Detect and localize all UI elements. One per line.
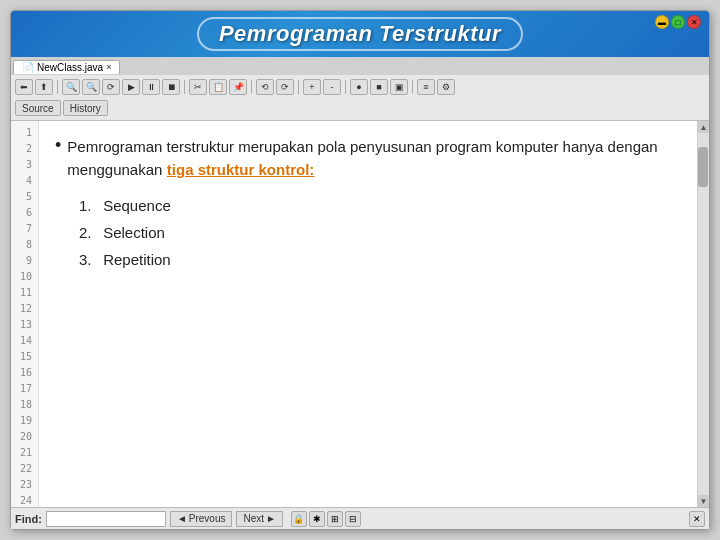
source-tab[interactable]: Source xyxy=(15,100,61,116)
line-number-20: 20 xyxy=(13,429,36,445)
toolbar-btn-18[interactable]: ▣ xyxy=(390,79,408,95)
separator-4 xyxy=(298,80,299,94)
scroll-up-btn[interactable]: ▲ xyxy=(698,121,710,133)
toolbar-btn-8[interactable]: ⏹ xyxy=(162,79,180,95)
list-text-3: Repetition xyxy=(103,251,171,268)
line-number-6: 6 xyxy=(13,205,36,221)
line-number-7: 7 xyxy=(13,221,36,237)
find-icon-3[interactable]: ⊞ xyxy=(327,511,343,527)
prev-label: Prevous xyxy=(189,513,226,524)
line-number-23: 23 xyxy=(13,477,36,493)
toolbar-btn-1[interactable]: ⬅ xyxy=(15,79,33,95)
find-input[interactable] xyxy=(46,511,166,527)
next-button[interactable]: Next ► xyxy=(236,511,282,527)
line-number-2: 2 xyxy=(13,141,36,157)
list-text-1: Sequence xyxy=(103,197,171,214)
line-number-14: 14 xyxy=(13,333,36,349)
file-tab[interactable]: 📄 NewClass.java × xyxy=(13,60,120,74)
toolbar-btn-12[interactable]: ⟲ xyxy=(256,79,274,95)
separator-5 xyxy=(345,80,346,94)
line-number-12: 12 xyxy=(13,301,36,317)
toolbar-btn-3[interactable]: 🔍 xyxy=(62,79,80,95)
line-number-3: 3 xyxy=(13,157,36,173)
window-controls: ▬ □ ✕ xyxy=(655,15,701,29)
content-area[interactable]: • Pemrograman terstruktur merupakan pola… xyxy=(39,121,697,507)
line-number-22: 22 xyxy=(13,461,36,477)
close-btn[interactable]: ✕ xyxy=(687,15,701,29)
vertical-scrollbar[interactable]: ▲ ▼ xyxy=(697,121,709,507)
find-bar: Find: ◄ Prevous Next ► 🔒 ✱ ⊞ ⊟ ✕ xyxy=(11,507,709,529)
scroll-thumb[interactable] xyxy=(698,147,708,187)
list-num-2: 2. xyxy=(79,219,99,246)
line-number-16: 16 xyxy=(13,365,36,381)
line-numbers: 1234567891011121314151617181920212223242… xyxy=(11,121,39,507)
line-number-10: 10 xyxy=(13,269,36,285)
toolbar-btn-17[interactable]: ■ xyxy=(370,79,388,95)
history-tab[interactable]: History xyxy=(63,100,108,116)
line-number-17: 17 xyxy=(13,381,36,397)
line-number-4: 4 xyxy=(13,173,36,189)
toolbar-area: ⬅ ⬆ 🔍 🔍 ⟳ ▶ ⏸ ⏹ ✂ 📋 📌 ⟲ ⟳ + - ● ■ ▣ ≡ ⚙ xyxy=(11,75,709,121)
find-icons-group: 🔒 ✱ ⊞ ⊟ xyxy=(291,511,361,527)
tab-close-icon[interactable]: × xyxy=(106,62,111,72)
maximize-btn[interactable]: □ xyxy=(671,15,685,29)
editor-area: 1234567891011121314151617181920212223242… xyxy=(11,121,709,507)
bullet-icon: • xyxy=(55,135,61,156)
toolbar-btn-13[interactable]: ⟳ xyxy=(276,79,294,95)
toolbar-btn-5[interactable]: ⟳ xyxy=(102,79,120,95)
tab-icon: 📄 xyxy=(22,62,34,73)
toolbar-row-2: Source History xyxy=(15,98,705,118)
list-item-2: 2. Selection xyxy=(79,219,677,246)
separator-6 xyxy=(412,80,413,94)
line-number-21: 21 xyxy=(13,445,36,461)
find-icon-2[interactable]: ✱ xyxy=(309,511,325,527)
highlight-text: tiga struktur kontrol: xyxy=(167,161,315,178)
line-number-1: 1 xyxy=(13,125,36,141)
list-text-2: Selection xyxy=(103,224,165,241)
toolbar-row-1: ⬅ ⬆ 🔍 🔍 ⟳ ▶ ⏸ ⏹ ✂ 📋 📌 ⟲ ⟳ + - ● ■ ▣ ≡ ⚙ xyxy=(15,77,705,97)
find-close-icon[interactable]: ✕ xyxy=(689,511,705,527)
next-arrow-icon: ► xyxy=(266,513,276,524)
tab-label: NewClass.java xyxy=(37,62,103,73)
toolbar-btn-4[interactable]: 🔍 xyxy=(82,79,100,95)
find-icon-1[interactable]: 🔒 xyxy=(291,511,307,527)
list-item-1: 1. Sequence xyxy=(79,192,677,219)
find-label: Find: xyxy=(15,513,42,525)
line-number-11: 11 xyxy=(13,285,36,301)
separator-1 xyxy=(57,80,58,94)
minimize-btn[interactable]: ▬ xyxy=(655,15,669,29)
numbered-list: 1. Sequence 2. Selection 3. Repetition xyxy=(79,192,677,273)
toolbar-btn-15[interactable]: - xyxy=(323,79,341,95)
main-window: Pemrograman Terstruktur ▬ □ ✕ 📄 NewClass… xyxy=(10,10,710,530)
line-number-18: 18 xyxy=(13,397,36,413)
separator-2 xyxy=(184,80,185,94)
toolbar-btn-14[interactable]: + xyxy=(303,79,321,95)
find-icon-4[interactable]: ⊟ xyxy=(345,511,361,527)
line-number-8: 8 xyxy=(13,237,36,253)
toolbar-btn-20[interactable]: ⚙ xyxy=(437,79,455,95)
line-number-5: 5 xyxy=(13,189,36,205)
line-number-19: 19 xyxy=(13,413,36,429)
toolbar-btn-19[interactable]: ≡ xyxy=(417,79,435,95)
line-number-13: 13 xyxy=(13,317,36,333)
line-number-15: 15 xyxy=(13,349,36,365)
toolbar-btn-6[interactable]: ▶ xyxy=(122,79,140,95)
toolbar-btn-2[interactable]: ⬆ xyxy=(35,79,53,95)
list-item-3: 3. Repetition xyxy=(79,246,677,273)
toolbar-btn-11[interactable]: 📌 xyxy=(229,79,247,95)
tab-bar: 📄 NewClass.java × xyxy=(11,57,709,75)
toolbar-btn-16[interactable]: ● xyxy=(350,79,368,95)
toolbar-btn-7[interactable]: ⏸ xyxy=(142,79,160,95)
scroll-down-btn[interactable]: ▼ xyxy=(698,495,710,507)
toolbar-btn-9[interactable]: ✂ xyxy=(189,79,207,95)
title-bar: Pemrograman Terstruktur ▬ □ ✕ xyxy=(11,11,709,57)
line-number-9: 9 xyxy=(13,253,36,269)
list-num-1: 1. xyxy=(79,192,99,219)
paragraph-text: Pemrograman terstruktur merupakan pola p… xyxy=(67,138,657,178)
prev-button[interactable]: ◄ Prevous xyxy=(170,511,233,527)
next-label: Next xyxy=(243,513,264,524)
toolbar-btn-10[interactable]: 📋 xyxy=(209,79,227,95)
list-num-3: 3. xyxy=(79,246,99,273)
scroll-track[interactable] xyxy=(698,133,709,495)
separator-3 xyxy=(251,80,252,94)
